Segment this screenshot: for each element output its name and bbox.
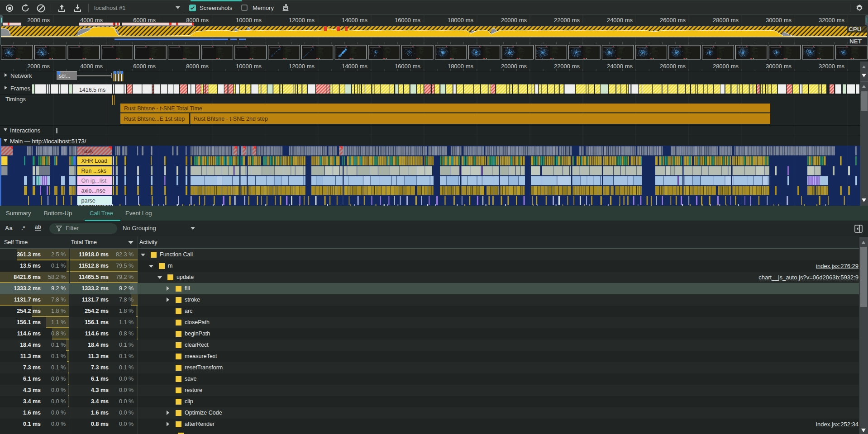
svg-text:Rust Bhtsne - t-SNE 2nd step: Rust Bhtsne - t-SNE 2nd step [194, 116, 268, 122]
svg-text:Rust Bhtsne...E 1st step: Rust Bhtsne...E 1st step [124, 116, 185, 122]
svg-text:Run ...sks: Run ...sks [81, 168, 107, 174]
svg-text:1416.5 ms: 1416.5 ms [79, 87, 105, 93]
svg-text:axio...nse: axio...nse [81, 188, 106, 194]
svg-text:XHR Load: XHR Load [81, 158, 108, 164]
svg-text:parse: parse [81, 198, 95, 204]
svg-text:scr...: scr... [59, 73, 70, 79]
svg-text:On ig...list: On ig...list [81, 178, 107, 184]
svg-text:Task: Task [81, 148, 93, 154]
svg-text:Rust Bhtsne - t-SNE Total Time: Rust Bhtsne - t-SNE Total Time [124, 105, 202, 112]
